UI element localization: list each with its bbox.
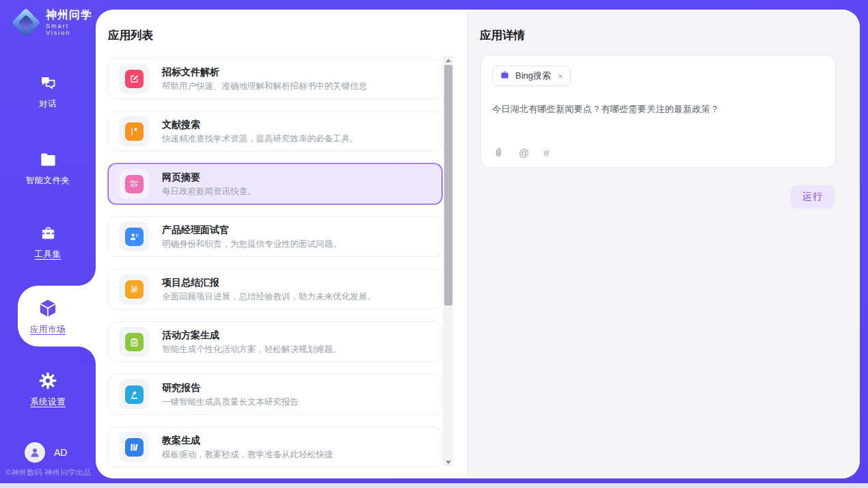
chat-icon [38,72,58,93]
sidebar: 神州问学 Smart Vision 对话 智能文件夹 工具集 应用市场 系统设置… [0,0,96,488]
app-card-title: 教案生成 [162,435,333,445]
person-icon [29,446,41,459]
app-card-desc: 明确身份和职责，为您提供专业性的面试问题。 [162,240,342,249]
app-card-7[interactable]: 研究报告 一键智能生成高质量长文本研究报告 [108,374,442,415]
app-list-pane: 应用列表 招标文件解析 帮助用户快速、准确地理解和解析招标书中的关键信息 文献搜… [96,10,467,478]
cube-icon [38,298,58,318]
app-icon-tile [119,432,149,462]
logo-diamond-icon [12,9,40,36]
app-card-title: 文献搜索 [162,120,359,129]
app-card-title: 网页摘要 [162,172,256,182]
main-panel: 应用列表 招标文件解析 帮助用户快速、准确地理解和解析招标书中的关键信息 文献搜… [96,10,860,478]
web-code-icon [125,175,144,193]
book-icon [125,122,144,141]
app-detail-pane: 应用详情 Bing搜索 × 今日湖北有哪些新闻要点？有哪些需要关注的最新政策？ … [467,10,860,478]
app-icon-tile [119,221,149,252]
app-card-2[interactable]: 文献搜索 快速精准查找学术资源，提高研究效率的必备工具。 [108,111,442,152]
app-card-desc: 快速精准查找学术资源，提高研究效率的必备工具。 [162,135,359,144]
run-button[interactable]: 运行 [791,185,835,208]
sidebar-item-label: 系统设置 [30,396,66,408]
mention-icon[interactable]: @ [519,147,529,159]
scrollbar[interactable] [443,56,453,466]
toolbox-icon [38,223,58,243]
app-card-title: 研究报告 [162,383,299,392]
app-card-4[interactable]: 产品经理面试官 明确身份和职责，为您提供专业性的面试问题。 [108,216,442,257]
gear-icon [38,370,58,391]
app-icon-tile [119,327,149,357]
app-card-title: 项目总结汇报 [162,277,376,287]
sidebar-item-4[interactable]: 应用市场 [0,298,96,336]
avatar[interactable] [25,442,45,463]
copyright-footer: ©神州数码·神州问学出品 [5,467,97,478]
app-icon-tile [119,379,149,409]
app-card-desc: 智能生成个性化活动方案，轻松解决规划难题。 [162,345,342,354]
scrollbar-thumb[interactable] [444,65,452,306]
sidebar-item-3[interactable]: 工具集 [0,223,96,260]
query-text[interactable]: 今日湖北有哪些新闻要点？有哪些需要关注的最新政策？ [492,103,824,116]
app-card-desc: 全面回顾项目进展，总结经验教训，助力未来优化发展。 [162,293,376,301]
scroll-down-button[interactable] [443,458,453,466]
scroll-up-button[interactable] [443,56,453,64]
interviewer-icon [125,228,144,246]
app-card-8[interactable]: 教案生成 模板驱动，教案秒成，教学准备从此轻松快捷 [108,426,442,467]
app-detail-title: 应用详情 [480,28,525,43]
app-card-3[interactable]: 网页摘要 每日政府新闻资讯快查。 [108,163,442,204]
triangle-down-icon [446,461,451,464]
sidebar-item-2[interactable]: 智能文件夹 [0,149,96,187]
app-card-desc: 帮助用户快速、准确地理解和解析招标书中的关键信息 [162,82,367,91]
report-note-icon [125,280,144,299]
app-list: 招标文件解析 帮助用户快速、准确地理解和解析招标书中的关键信息 文献搜索 快速精… [96,56,467,478]
app-subtitle: Smart Vision [46,23,96,36]
user-account[interactable]: AD [25,442,67,463]
input-toolbar: @ # [493,147,550,159]
app-card-5[interactable]: 项目总结汇报 全面回顾项目进展，总结经验教训，助力未来优化发展。 [108,269,442,310]
app-name: 神州问学 [46,9,96,21]
edit-pen-icon [125,70,144,88]
app-card-desc: 模板驱动，教案秒成，教学准备从此轻松快捷 [162,450,333,459]
app-card-desc: 每日政府新闻资讯快查。 [162,187,256,196]
sidebar-item-1[interactable]: 对话 [0,72,96,110]
research-icon [125,385,144,404]
hash-icon[interactable]: # [543,147,549,159]
app-card-title: 活动方案生成 [162,330,342,340]
tool-chip-bing-search[interactable]: Bing搜索 × [492,66,571,86]
app-icon-tile [119,274,149,304]
bottom-edge-strip [0,483,868,488]
query-input-card[interactable]: Bing搜索 × 今日湖北有哪些新闻要点？有哪些需要关注的最新政策？ @ # [480,55,836,168]
tool-chip-label: Bing搜索 [515,70,551,82]
paperclip-icon[interactable] [493,147,504,159]
app-icon-tile [119,64,149,94]
app-icon-tile [119,116,149,146]
sidebar-item-label: 应用市场 [30,324,66,336]
app-list-title: 应用列表 [108,28,153,43]
briefcase-icon [500,70,510,83]
app-icon-tile [119,169,149,199]
folder-icon [38,149,58,170]
close-icon[interactable]: × [558,72,563,81]
sidebar-item-label: 对话 [39,98,57,110]
triangle-up-icon [446,59,451,62]
user-initials: AD [54,447,67,458]
app-card-6[interactable]: 活动方案生成 智能生成个性化活动方案，轻松解决规划难题。 [108,321,442,362]
books-icon [125,438,144,457]
app-card-title: 招标文件解析 [162,67,367,77]
sidebar-item-label: 工具集 [35,249,62,260]
app-card-1[interactable]: 招标文件解析 帮助用户快速、准确地理解和解析招标书中的关键信息 [108,58,442,99]
clipboard-check-icon [125,333,144,351]
app-logo: 神州问学 Smart Vision [12,9,96,36]
sidebar-item-5[interactable]: 系统设置 [0,370,96,408]
app-card-desc: 一键智能生成高质量长文本研究报告 [162,398,299,407]
sidebar-item-label: 智能文件夹 [26,175,70,187]
app-card-title: 产品经理面试官 [162,225,342,234]
